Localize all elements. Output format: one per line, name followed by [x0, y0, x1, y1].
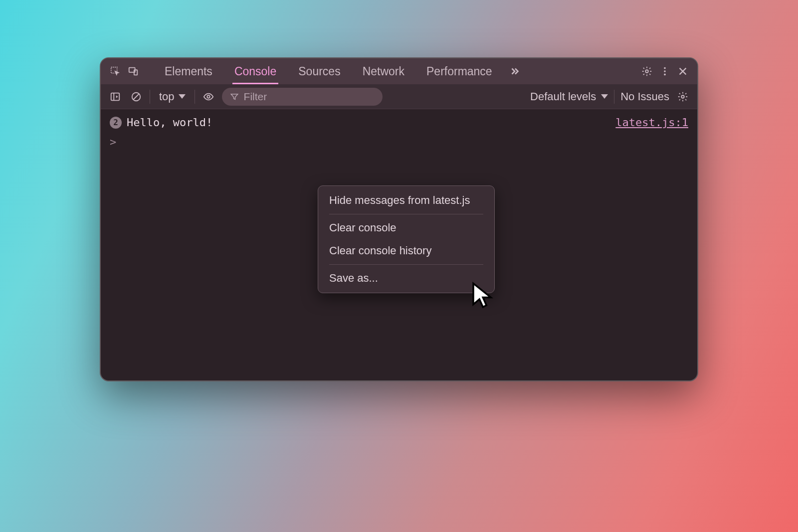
filter-icon: [230, 92, 239, 101]
svg-rect-7: [111, 93, 120, 100]
console-settings-icon[interactable]: [675, 89, 690, 104]
sidebar-toggle-icon[interactable]: [108, 89, 123, 104]
console-prompt[interactable]: >: [110, 136, 688, 148]
svg-point-3: [645, 70, 648, 73]
svg-point-11: [207, 95, 210, 98]
prompt-chevron: >: [110, 136, 116, 148]
menu-clear-history[interactable]: Clear console history: [318, 239, 494, 262]
clear-console-icon[interactable]: [129, 89, 144, 104]
svg-point-5: [664, 70, 666, 72]
kebab-menu-icon[interactable]: [657, 64, 672, 79]
tab-performance[interactable]: Performance: [415, 58, 503, 84]
log-message: Hello, world!: [127, 116, 212, 129]
chevron-down-icon: [179, 94, 186, 99]
context-menu: Hide messages from latest.js Clear conso…: [318, 185, 495, 293]
main-tabbar: Elements Console Sources Network Perform…: [101, 58, 697, 84]
more-tabs-icon[interactable]: [507, 64, 522, 79]
menu-hide-messages[interactable]: Hide messages from latest.js: [318, 189, 494, 212]
tab-elements[interactable]: Elements: [154, 58, 223, 84]
divider: [614, 90, 614, 104]
context-selector[interactable]: top: [156, 90, 189, 103]
live-expression-icon[interactable]: [201, 89, 216, 104]
close-icon[interactable]: [675, 64, 690, 79]
gear-icon[interactable]: [639, 64, 654, 79]
console-toolbar: top Default levels No Issues: [101, 84, 697, 109]
issues-status[interactable]: No Issues: [620, 90, 669, 103]
divider: [195, 90, 195, 104]
menu-save-as[interactable]: Save as...: [318, 267, 494, 290]
tab-network[interactable]: Network: [352, 58, 415, 84]
log-levels-selector[interactable]: Default levels: [530, 90, 608, 103]
menu-separator: [329, 214, 483, 214]
filter-input[interactable]: [244, 91, 375, 103]
tab-sources[interactable]: Sources: [287, 58, 351, 84]
svg-point-12: [681, 95, 684, 98]
svg-point-6: [664, 74, 666, 76]
svg-line-10: [134, 94, 139, 99]
log-entry[interactable]: 2 Hello, world! latest.js:1: [110, 116, 688, 129]
menu-separator: [329, 264, 483, 265]
tab-console[interactable]: Console: [223, 58, 287, 84]
levels-label: Default levels: [530, 90, 596, 103]
svg-point-4: [664, 67, 666, 69]
inspect-element-icon[interactable]: [108, 64, 123, 79]
log-source-link[interactable]: latest.js:1: [615, 116, 688, 129]
context-label: top: [159, 90, 175, 103]
filter-input-container[interactable]: [222, 88, 383, 106]
chevron-down-icon: [601, 94, 608, 99]
console-output[interactable]: 2 Hello, world! latest.js:1 >: [101, 109, 697, 155]
devtools-panel: Elements Console Sources Network Perform…: [100, 57, 698, 381]
divider: [150, 90, 150, 104]
menu-clear-console[interactable]: Clear console: [318, 216, 494, 239]
repeat-count-badge: 2: [110, 117, 122, 129]
device-toggle-icon[interactable]: [126, 64, 141, 79]
